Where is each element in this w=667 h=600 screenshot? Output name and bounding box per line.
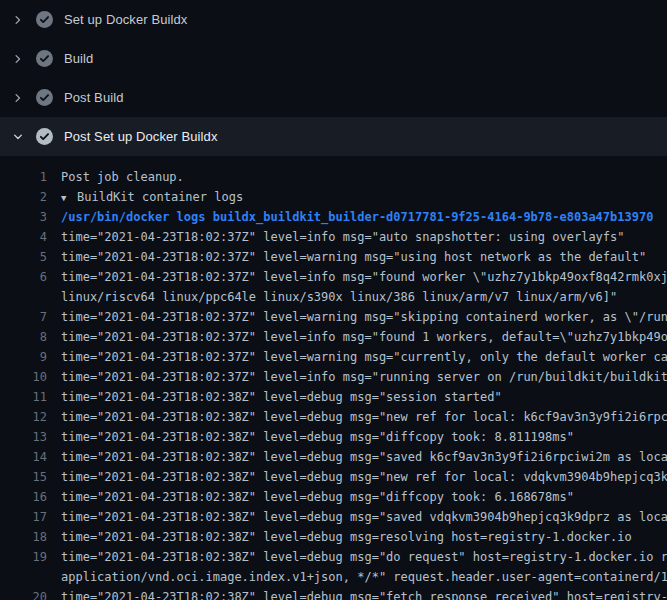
log-line-number[interactable]: 2 [0, 187, 47, 207]
log-line-number[interactable]: 19 [0, 547, 47, 567]
log-line-number[interactable]: 12 [0, 407, 47, 427]
step-post-build[interactable]: Post Build [0, 78, 667, 117]
log-line: 3/usr/bin/docker logs buildx_buildkit_bu… [0, 207, 667, 227]
step-label: Post Set up Docker Buildx [64, 129, 218, 144]
step-post-set-up-docker-buildx[interactable]: Post Set up Docker Buildx [0, 117, 667, 156]
log-text-content: time="2021-04-23T18:02:38Z" level=debug … [61, 430, 574, 444]
log-line-number[interactable]: 4 [0, 227, 47, 247]
log-line-text: time="2021-04-23T18:02:37Z" level=warnin… [61, 307, 667, 327]
status-check-icon [36, 50, 53, 67]
log-line-number[interactable]: 3 [0, 207, 47, 227]
log-line-text: Post job cleanup. [61, 167, 184, 187]
log-line-number[interactable]: 20 [0, 587, 47, 600]
log-line-text: time="2021-04-23T18:02:38Z" level=debug … [61, 587, 667, 600]
log-line: 13time="2021-04-23T18:02:38Z" level=debu… [0, 427, 667, 447]
log-line-number [0, 567, 47, 587]
log-line-number[interactable]: 15 [0, 467, 47, 487]
step-set-up-docker-buildx[interactable]: Set up Docker Buildx [0, 0, 667, 39]
log-line-number[interactable]: 6 [0, 267, 47, 287]
log-text-content: time="2021-04-23T18:02:38Z" level=debug … [61, 390, 502, 404]
log-text-content: time="2021-04-23T18:02:38Z" level=debug … [61, 590, 667, 600]
log-line: linux/riscv64 linux/ppc64le linux/s390x … [0, 287, 667, 307]
log-line: 6time="2021-04-23T18:02:37Z" level=info … [0, 267, 667, 287]
log-line-number[interactable]: 11 [0, 387, 47, 407]
log-line-text: time="2021-04-23T18:02:37Z" level=warnin… [61, 347, 667, 367]
log-line-text: time="2021-04-23T18:02:38Z" level=debug … [61, 427, 574, 447]
status-check-icon [36, 128, 53, 145]
log-line: 9time="2021-04-23T18:02:37Z" level=warni… [0, 347, 667, 367]
log-line: application/vnd.oci.image.index.v1+json,… [0, 567, 667, 587]
log-text-content: time="2021-04-23T18:02:37Z" level=info m… [61, 270, 667, 284]
log-text-content: time="2021-04-23T18:02:38Z" level=debug … [61, 410, 667, 424]
log-line-text: time="2021-04-23T18:02:37Z" level=warnin… [61, 247, 646, 267]
log-line: 20time="2021-04-23T18:02:38Z" level=debu… [0, 587, 667, 600]
status-check-icon [36, 89, 53, 106]
log-text-content: BuildKit container logs [77, 190, 243, 204]
log-viewer: 1Post job cleanup.2▼BuildKit container l… [0, 156, 667, 600]
log-text-content: time="2021-04-23T18:02:37Z" level=warnin… [61, 310, 667, 324]
step-label: Build [64, 51, 93, 66]
log-line-number[interactable]: 17 [0, 507, 47, 527]
log-line-number[interactable]: 10 [0, 367, 47, 387]
log-text-content: time="2021-04-23T18:02:38Z" level=debug … [61, 490, 574, 504]
log-line: 2▼BuildKit container logs [0, 187, 667, 207]
log-text-content: application/vnd.oci.image.index.v1+json,… [61, 570, 667, 584]
log-line-number[interactable]: 9 [0, 347, 47, 367]
log-line-number[interactable]: 14 [0, 447, 47, 467]
log-line-text: time="2021-04-23T18:02:38Z" level=debug … [61, 507, 667, 527]
log-line: 19time="2021-04-23T18:02:38Z" level=debu… [0, 547, 667, 567]
log-text-content: /usr/bin/docker logs buildx_buildkit_bui… [61, 210, 653, 224]
log-line-text: time="2021-04-23T18:02:37Z" level=info m… [61, 267, 667, 287]
chevron-right-icon [12, 92, 24, 104]
log-text-content: time="2021-04-23T18:02:37Z" level=warnin… [61, 250, 646, 264]
log-line-text: time="2021-04-23T18:02:38Z" level=debug … [61, 387, 502, 407]
log-text-content: time="2021-04-23T18:02:37Z" level=info m… [61, 330, 667, 344]
log-line-number[interactable]: 1 [0, 167, 47, 187]
log-text-content: time="2021-04-23T18:02:37Z" level=warnin… [61, 350, 667, 364]
log-line-text: time="2021-04-23T18:02:38Z" level=debug … [61, 487, 574, 507]
log-line-number[interactable]: 7 [0, 307, 47, 327]
step-build[interactable]: Build [0, 39, 667, 78]
log-text-content: time="2021-04-23T18:02:38Z" level=debug … [61, 530, 632, 544]
status-check-icon [36, 11, 53, 28]
log-line-number[interactable]: 16 [0, 487, 47, 507]
log-line-text: time="2021-04-23T18:02:38Z" level=debug … [61, 447, 667, 467]
log-line-text: time="2021-04-23T18:02:38Z" level=debug … [61, 467, 667, 487]
chevron-right-icon [12, 14, 24, 26]
log-line-text: application/vnd.oci.image.index.v1+json,… [61, 567, 667, 587]
log-line: 16time="2021-04-23T18:02:38Z" level=debu… [0, 487, 667, 507]
log-text-content: time="2021-04-23T18:02:37Z" level=info m… [61, 230, 625, 244]
log-line-text: time="2021-04-23T18:02:38Z" level=debug … [61, 527, 632, 547]
log-line: 10time="2021-04-23T18:02:37Z" level=info… [0, 367, 667, 387]
log-text-content: time="2021-04-23T18:02:38Z" level=debug … [61, 550, 667, 564]
log-line-number[interactable]: 13 [0, 427, 47, 447]
step-label: Set up Docker Buildx [64, 12, 187, 27]
log-line: 18time="2021-04-23T18:02:38Z" level=debu… [0, 527, 667, 547]
log-line-text: linux/riscv64 linux/ppc64le linux/s390x … [61, 287, 617, 307]
log-line-number [0, 287, 47, 307]
chevron-right-icon [12, 53, 24, 65]
log-line-number[interactable]: 8 [0, 327, 47, 347]
log-text-content: time="2021-04-23T18:02:38Z" level=debug … [61, 470, 667, 484]
log-line-text: time="2021-04-23T18:02:37Z" level=info m… [61, 227, 625, 247]
log-command-text: /usr/bin/docker logs buildx_buildkit_bui… [61, 207, 653, 227]
log-text-content: time="2021-04-23T18:02:38Z" level=debug … [61, 510, 667, 524]
step-label: Post Build [64, 90, 124, 105]
group-collapse-icon[interactable]: ▼ [61, 188, 77, 208]
log-line: 4time="2021-04-23T18:02:37Z" level=info … [0, 227, 667, 247]
log-line: 5time="2021-04-23T18:02:37Z" level=warni… [0, 247, 667, 267]
log-text-content: linux/riscv64 linux/ppc64le linux/s390x … [61, 290, 617, 304]
log-line: 1Post job cleanup. [0, 167, 667, 187]
log-line-number[interactable]: 5 [0, 247, 47, 267]
log-text-content: time="2021-04-23T18:02:38Z" level=debug … [61, 450, 667, 464]
log-line-number[interactable]: 18 [0, 527, 47, 547]
log-line: 14time="2021-04-23T18:02:38Z" level=debu… [0, 447, 667, 467]
log-line: 15time="2021-04-23T18:02:38Z" level=debu… [0, 467, 667, 487]
log-line: 12time="2021-04-23T18:02:38Z" level=debu… [0, 407, 667, 427]
log-text-content: Post job cleanup. [61, 170, 184, 184]
log-line-text: time="2021-04-23T18:02:37Z" level=info m… [61, 327, 667, 347]
log-line-text: ▼BuildKit container logs [61, 187, 243, 207]
steps-list: Set up Docker BuildxBuildPost BuildPost … [0, 0, 667, 156]
log-line: 7time="2021-04-23T18:02:37Z" level=warni… [0, 307, 667, 327]
log-line-text: time="2021-04-23T18:02:38Z" level=debug … [61, 407, 667, 427]
